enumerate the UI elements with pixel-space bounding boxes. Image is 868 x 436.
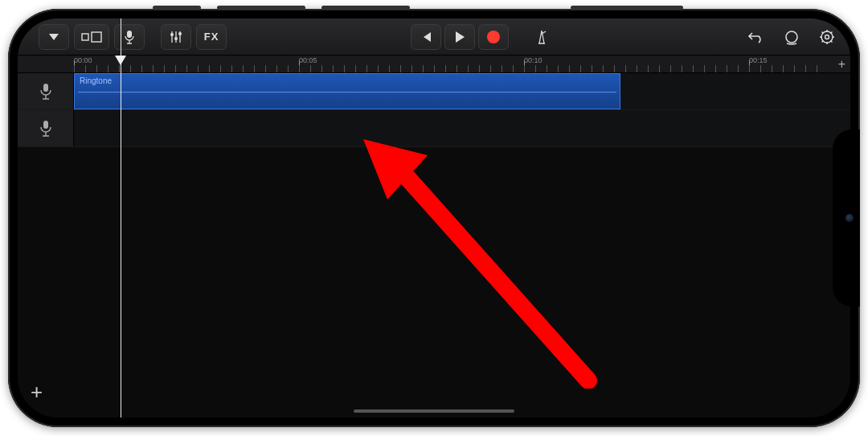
- svg-point-12: [825, 35, 829, 39]
- tracks-area[interactable]: Ringtone +: [18, 73, 850, 417]
- phone-side-button: [217, 6, 305, 10]
- track-lane[interactable]: [74, 110, 850, 146]
- play-button[interactable]: [444, 24, 475, 50]
- svg-line-19: [822, 40, 824, 42]
- browser-view-button[interactable]: [74, 24, 109, 50]
- phone-side-button: [321, 6, 410, 10]
- ruler-label: 00:10: [524, 56, 542, 64]
- screen: FX: [18, 19, 850, 417]
- toolbar: FX: [18, 19, 850, 56]
- audio-region[interactable]: Ringtone: [74, 73, 620, 109]
- track-lane[interactable]: Ringtone: [74, 73, 850, 109]
- track-header[interactable]: [18, 73, 74, 109]
- phone-side-button: [153, 6, 201, 10]
- add-track-button[interactable]: +: [31, 380, 43, 405]
- microphone-icon: [39, 83, 52, 101]
- svg-point-6: [170, 33, 174, 36]
- ruler-label: 00:15: [749, 56, 768, 64]
- loop-button[interactable]: [776, 24, 807, 50]
- transport-controls: [411, 24, 509, 50]
- ruler-label: 00:00: [74, 56, 92, 64]
- metronome-button[interactable]: [526, 24, 557, 50]
- add-section-button[interactable]: +: [838, 57, 845, 72]
- microphone-button[interactable]: [114, 24, 145, 50]
- waveform: [78, 92, 616, 93]
- settings-button[interactable]: [812, 24, 842, 50]
- phone-notch: [833, 130, 860, 306]
- rewind-button[interactable]: [411, 24, 441, 50]
- svg-point-7: [174, 37, 178, 40]
- svg-point-8: [178, 32, 182, 35]
- fx-button[interactable]: FX: [196, 24, 227, 50]
- region-label: Ringtone: [80, 76, 112, 85]
- phone-side-button: [571, 6, 683, 10]
- svg-rect-21: [43, 84, 48, 92]
- ruler-ticks: [74, 56, 826, 72]
- home-indicator[interactable]: [354, 409, 514, 413]
- svg-rect-2: [127, 31, 132, 38]
- svg-line-17: [822, 31, 824, 33]
- track-header[interactable]: [18, 110, 74, 146]
- svg-rect-1: [92, 32, 101, 42]
- svg-point-10: [786, 31, 797, 43]
- record-button[interactable]: [478, 24, 509, 50]
- undo-button[interactable]: [741, 24, 772, 50]
- iphone-frame: FX: [8, 9, 860, 427]
- record-icon: [487, 31, 500, 43]
- svg-line-18: [830, 40, 832, 42]
- timeline-ruler[interactable]: 00:00 00:05 00:10 00:15 +: [18, 56, 850, 73]
- track-row[interactable]: Ringtone: [18, 73, 850, 110]
- svg-line-20: [830, 31, 832, 33]
- track-row[interactable]: [18, 110, 850, 147]
- song-menu-button[interactable]: [39, 24, 69, 50]
- svg-rect-22: [43, 121, 48, 129]
- ruler-label: 00:05: [299, 56, 317, 64]
- microphone-icon: [39, 120, 52, 138]
- svg-rect-0: [82, 34, 88, 40]
- mixer-button[interactable]: [161, 24, 191, 50]
